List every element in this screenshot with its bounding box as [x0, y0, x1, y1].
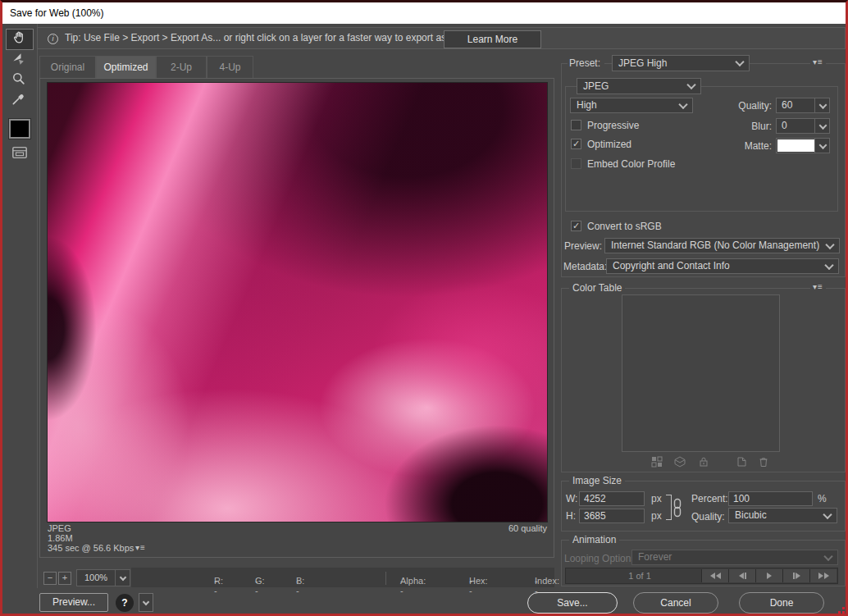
optimize-panel-menu-icon[interactable]: ▾≡: [810, 57, 826, 66]
zoom-out-button[interactable]: −: [43, 572, 57, 585]
matte-color-swatch: [777, 139, 815, 152]
alpha-label: Alpha:: [400, 576, 426, 586]
height-label: H:: [566, 510, 576, 522]
dimensions-link-bracket: [666, 495, 672, 520]
looping-options-select[interactable]: Forever: [631, 550, 838, 565]
tab-optimized[interactable]: Optimized: [96, 56, 156, 78]
r-value: --: [214, 576, 217, 595]
animation-title: Animation: [569, 534, 619, 545]
tip-bar: i Tip: Use File > Export > Export As... …: [37, 27, 846, 49]
preview-download-time: 345 sec @ 56.6 Kbps: [48, 543, 134, 553]
convert-to-srgb-label: Convert to sRGB: [587, 221, 662, 232]
embed-color-profile-label: Embed Color Profile: [587, 158, 675, 170]
color-table-swatches: [622, 294, 780, 452]
save-for-web-dialog: Save for Web (100%) i Tip: Use File > Ex…: [0, 0, 848, 616]
zoom-level-select[interactable]: 100%: [76, 569, 130, 586]
optimized-label: Optimized: [587, 139, 631, 150]
lock-color-icon[interactable]: [698, 456, 709, 471]
preset-label: Preset:: [568, 57, 604, 69]
color-table-title: Color Table: [569, 282, 625, 294]
save-button[interactable]: Save...: [527, 592, 618, 614]
download-speed-menu-icon[interactable]: ▾≡: [135, 543, 146, 552]
height-unit: px: [651, 510, 662, 522]
quality-stepper[interactable]: 60: [776, 98, 830, 113]
convert-to-srgb-checkbox[interactable]: ✓: [571, 221, 581, 231]
quality-value: 60: [782, 98, 792, 112]
compression-quality-select[interactable]: High: [570, 98, 693, 113]
play-button[interactable]: [755, 569, 782, 582]
progressive-checkbox[interactable]: [571, 120, 581, 130]
percent-unit: %: [818, 493, 827, 504]
resample-quality-select[interactable]: Bicubic: [728, 508, 837, 523]
eyedropper-tool-button[interactable]: [11, 90, 27, 110]
new-color-icon[interactable]: [736, 456, 747, 471]
color-table-menu-icon[interactable]: ▾≡: [810, 282, 826, 291]
image-size-group: [561, 481, 846, 532]
dither-icon[interactable]: [651, 456, 663, 471]
tab-original[interactable]: Original: [39, 56, 96, 78]
width-unit: px: [651, 493, 662, 504]
browser-select-dropdown[interactable]: [139, 593, 153, 612]
width-input[interactable]: [579, 491, 645, 506]
optimized-image-preview[interactable]: [47, 82, 548, 522]
done-button[interactable]: Done: [739, 592, 824, 614]
resample-quality-label: Quality:: [691, 511, 725, 522]
preview-profile-select[interactable]: Internet Standard RGB (No Color Manageme…: [604, 238, 840, 253]
hand-icon: [11, 30, 28, 49]
progressive-label: Progressive: [587, 120, 639, 131]
first-frame-button[interactable]: [701, 569, 728, 582]
preview-file-size: 1.86M: [48, 533, 73, 543]
learn-more-button[interactable]: Learn More: [444, 30, 541, 48]
slice-select-icon: [11, 56, 27, 70]
window-title: Save for Web (100%): [10, 7, 104, 19]
height-input[interactable]: [579, 509, 645, 523]
looping-options-label: Looping Options:: [564, 553, 639, 564]
slices-visibility-icon: [11, 149, 29, 163]
zoom-icon: [11, 75, 27, 89]
delete-color-icon[interactable]: [758, 456, 769, 471]
color-readout-bar: R: -- G: -- B: -- Alpha: -- Hex: -- Inde…: [131, 568, 554, 587]
tip-text: Tip: Use File > Export > Export As... or…: [65, 28, 464, 48]
previous-frame-button[interactable]: [728, 569, 755, 582]
last-frame-button[interactable]: [809, 569, 837, 582]
quality-label: Quality:: [702, 100, 772, 112]
toggle-slices-visibility-button[interactable]: [11, 144, 29, 164]
file-format-select[interactable]: JPEG: [577, 78, 701, 94]
embed-color-profile-checkbox[interactable]: [571, 158, 581, 169]
next-frame-button[interactable]: [782, 569, 809, 582]
metadata-select[interactable]: Copyright and Contact Info: [606, 258, 839, 274]
percent-label: Percent:: [691, 493, 728, 504]
zoom-in-button[interactable]: +: [58, 572, 71, 585]
title-bar[interactable]: Save for Web (100%): [2, 2, 846, 24]
chevron-down-icon: [143, 599, 149, 605]
preset-select[interactable]: JPEG High: [612, 55, 750, 71]
info-icon: i: [48, 34, 58, 44]
eyedropper-icon: [11, 95, 27, 109]
web-shift-icon[interactable]: [674, 456, 686, 471]
blur-label: Blur:: [702, 121, 772, 132]
link-dimensions-icon[interactable]: [672, 498, 682, 521]
zoom-level-value: 100%: [77, 570, 115, 586]
slice-select-tool-button[interactable]: [11, 51, 27, 71]
eyedropper-color-swatch[interactable]: [9, 119, 30, 139]
blur-stepper[interactable]: 0: [776, 118, 830, 134]
preview-quality: 60 quality: [465, 523, 547, 533]
browser-icon[interactable]: ?: [116, 594, 134, 612]
optimized-checkbox[interactable]: ✓: [571, 139, 581, 149]
animation-playback-bar: 1 of 1: [565, 568, 838, 584]
preview-in-browser-button[interactable]: Preview...: [39, 593, 108, 612]
alpha-value: --: [400, 576, 403, 595]
g-value: --: [255, 576, 258, 595]
blur-value: 0: [782, 119, 787, 133]
image-size-title: Image Size: [569, 475, 625, 486]
hand-tool-button[interactable]: [6, 29, 34, 50]
matte-color-select[interactable]: [776, 138, 830, 153]
frame-indicator: 1 of 1: [599, 571, 681, 581]
percent-input[interactable]: [728, 491, 813, 506]
tab-4up[interactable]: 4-Up: [207, 56, 253, 78]
tab-2up[interactable]: 2-Up: [156, 56, 207, 78]
matte-label: Matte:: [702, 140, 772, 152]
cancel-button[interactable]: Cancel: [633, 592, 718, 614]
zoom-tool-button[interactable]: [11, 71, 27, 90]
toolbar-divider: [37, 24, 38, 588]
